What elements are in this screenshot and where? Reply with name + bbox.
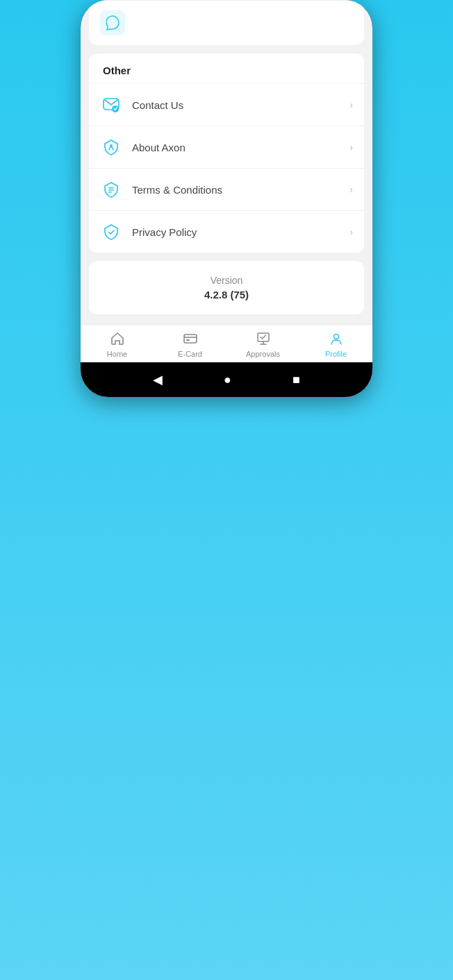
svg-point-11	[333, 335, 338, 339]
svg-rect-4	[108, 187, 114, 189]
nav-home-label: Home	[107, 350, 127, 358]
svg-rect-9	[186, 339, 190, 341]
terms-chevron: ›	[349, 184, 353, 195]
about-axon-icon	[100, 136, 122, 158]
svg-rect-5	[108, 189, 114, 191]
nav-ecard[interactable]: E-Card	[154, 330, 226, 358]
top-partial-card	[89, 0, 364, 45]
top-card-icon	[100, 10, 125, 35]
version-section: Version 4.2.8 (75)	[89, 261, 364, 314]
approvals-icon	[255, 330, 272, 347]
contact-us-icon	[100, 94, 122, 116]
version-label: Version	[100, 275, 353, 286]
contact-us-item[interactable]: Contact Us ›	[89, 83, 364, 126]
android-recent-button[interactable]: ■	[293, 373, 300, 387]
privacy-chevron: ›	[349, 226, 353, 237]
ecard-icon	[182, 330, 199, 347]
about-axon-chevron: ›	[349, 142, 353, 153]
nav-profile-label: Profile	[325, 350, 347, 358]
svg-rect-7	[184, 335, 197, 343]
nav-approvals-label: Approvals	[246, 350, 280, 358]
home-icon	[109, 330, 126, 347]
about-axon-label: About Axon	[132, 142, 349, 153]
bottom-nav: Home E-Card	[81, 324, 372, 362]
about-axon-item[interactable]: About Axon ›	[89, 126, 364, 168]
nav-ecard-label: E-Card	[178, 350, 202, 358]
android-home-button[interactable]: ●	[224, 373, 231, 387]
nav-approvals[interactable]: Approvals	[226, 330, 299, 358]
svg-rect-6	[108, 192, 112, 193]
terms-label: Terms & Conditions	[132, 184, 349, 196]
android-nav-bar: ◀ ● ■	[81, 362, 372, 397]
svg-rect-0	[100, 10, 125, 35]
other-section: Other Contact Us ›	[89, 53, 364, 253]
terms-icon	[100, 178, 122, 201]
phone-frame: Other Contact Us ›	[81, 0, 372, 397]
nav-profile[interactable]: Profile	[299, 330, 372, 358]
other-section-header: Other	[89, 53, 364, 83]
version-number: 4.2.8 (75)	[100, 289, 353, 301]
privacy-icon	[100, 221, 122, 243]
android-back-button[interactable]: ◀	[153, 372, 163, 387]
contact-us-chevron: ›	[349, 99, 353, 110]
top-card-left	[100, 10, 125, 35]
nav-home[interactable]: Home	[81, 330, 154, 358]
privacy-label: Privacy Policy	[132, 226, 349, 238]
terms-conditions-item[interactable]: Terms & Conditions ›	[89, 168, 364, 210]
privacy-policy-item[interactable]: Privacy Policy ›	[89, 210, 364, 253]
phone-screen: Other Contact Us ›	[81, 0, 372, 397]
contact-us-label: Contact Us	[132, 99, 349, 111]
profile-icon	[328, 330, 345, 347]
